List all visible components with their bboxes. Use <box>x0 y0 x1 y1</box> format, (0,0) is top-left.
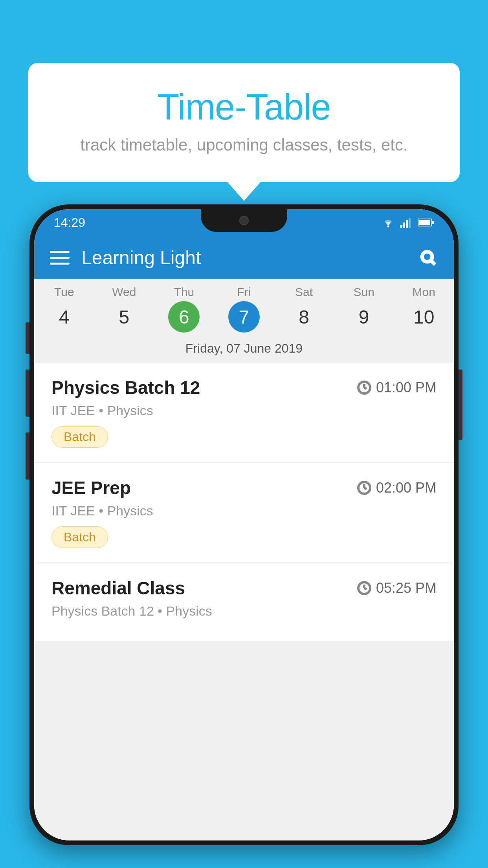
day-name-label: Fri <box>214 285 274 299</box>
schedule-item-title: JEE Prep <box>51 477 131 498</box>
clock-icon <box>357 581 371 595</box>
clock-icon <box>357 381 371 395</box>
day-name-label: Thu <box>154 285 214 299</box>
svg-point-0 <box>387 226 389 228</box>
calendar-day-wed[interactable]: Wed5 <box>94 285 154 335</box>
signal-icon <box>400 217 413 228</box>
schedule-item[interactable]: Physics Batch 1201:00 PMIIT JEE • Physic… <box>34 363 454 462</box>
phone-camera <box>239 216 249 225</box>
schedule-list: Physics Batch 1201:00 PMIIT JEE • Physic… <box>34 363 454 840</box>
svg-line-18 <box>364 588 367 589</box>
tooltip-subtitle: track timetable, upcoming classes, tests… <box>60 136 428 154</box>
calendar-day-tue[interactable]: Tue4 <box>34 285 94 335</box>
selected-date-label: Friday, 07 June 2019 <box>34 337 454 363</box>
svg-rect-1 <box>400 225 402 228</box>
phone-container: 14:29 <box>29 204 459 845</box>
phone-screen: 14:29 <box>34 209 454 840</box>
schedule-item-meta: IIT JEE • Physics <box>51 503 437 519</box>
app-title: Learning Light <box>81 247 418 268</box>
day-number-label: 4 <box>48 301 80 333</box>
calendar-day-mon[interactable]: Mon10 <box>394 285 454 335</box>
svg-point-8 <box>422 252 432 262</box>
schedule-item-header: JEE Prep02:00 PM <box>51 477 437 498</box>
battery-icon <box>418 218 434 227</box>
schedule-item[interactable]: Remedial Class05:25 PMPhysics Batch 12 •… <box>34 563 454 641</box>
batch-badge: Batch <box>51 526 108 548</box>
schedule-item-time-text: 01:00 PM <box>376 379 437 396</box>
svg-rect-2 <box>403 223 405 228</box>
status-icons <box>381 217 434 228</box>
schedule-item-meta: IIT JEE • Physics <box>51 403 437 418</box>
wifi-icon <box>381 217 396 228</box>
volume-down-button <box>26 370 29 417</box>
svg-rect-3 <box>406 220 408 228</box>
phone-frame: 14:29 <box>29 204 459 845</box>
hamburger-line-3 <box>50 263 70 265</box>
hamburger-menu-button[interactable] <box>50 251 70 265</box>
status-time: 14:29 <box>54 215 85 230</box>
batch-badge: Batch <box>51 426 108 448</box>
svg-rect-6 <box>432 221 434 224</box>
day-name-label: Tue <box>34 285 94 299</box>
svg-rect-7 <box>418 220 430 225</box>
hamburger-line-1 <box>50 251 70 253</box>
calendar-day-sat[interactable]: Sat8 <box>274 285 334 335</box>
app-toolbar: Learning Light <box>34 236 454 279</box>
day-number-label: 7 <box>228 301 260 333</box>
calendar-day-fri[interactable]: Fri7 <box>214 285 274 335</box>
search-icon <box>419 249 437 266</box>
schedule-item-time-text: 02:00 PM <box>376 480 437 496</box>
svg-line-9 <box>431 261 435 265</box>
calendar-day-sun[interactable]: Sun9 <box>334 285 394 335</box>
calendar-section: Tue4Wed5Thu6Fri7Sat8Sun9Mon10 Friday, 07… <box>34 279 454 363</box>
day-number-label: 9 <box>348 301 380 333</box>
power-button-left <box>26 432 29 480</box>
schedule-item-header: Remedial Class05:25 PM <box>51 577 437 599</box>
schedule-item-header: Physics Batch 1201:00 PM <box>51 377 437 398</box>
tooltip-card: Time-Table track timetable, upcoming cla… <box>28 63 460 182</box>
power-button-right <box>459 370 462 440</box>
schedule-item-time: 05:25 PM <box>357 580 437 596</box>
day-name-label: Mon <box>394 285 454 299</box>
svg-line-12 <box>364 388 367 389</box>
volume-up-button <box>26 322 29 354</box>
calendar-day-thu[interactable]: Thu6 <box>154 285 214 335</box>
phone-notch <box>201 209 287 232</box>
schedule-item-title: Remedial Class <box>51 577 185 599</box>
day-number-label: 5 <box>108 301 140 333</box>
schedule-item-time-text: 05:25 PM <box>376 580 437 596</box>
schedule-item[interactable]: JEE Prep02:00 PMIIT JEE • PhysicsBatch <box>34 463 454 562</box>
svg-rect-4 <box>409 218 411 228</box>
day-number-label: 10 <box>408 301 440 333</box>
schedule-item-title: Physics Batch 12 <box>51 377 200 398</box>
search-button[interactable] <box>418 247 438 268</box>
day-number-label: 8 <box>288 301 320 333</box>
day-name-label: Wed <box>94 285 154 299</box>
day-name-label: Sat <box>274 285 334 299</box>
svg-line-15 <box>364 488 367 489</box>
hamburger-line-2 <box>50 257 70 259</box>
schedule-item-meta: Physics Batch 12 • Physics <box>51 603 437 619</box>
day-name-label: Sun <box>334 285 394 299</box>
schedule-item-time: 01:00 PM <box>357 379 437 396</box>
schedule-item-time: 02:00 PM <box>357 480 437 496</box>
day-number-label: 6 <box>168 301 200 333</box>
tooltip-title: Time-Table <box>60 86 428 128</box>
clock-icon <box>357 481 371 495</box>
days-header: Tue4Wed5Thu6Fri7Sat8Sun9Mon10 <box>34 279 454 337</box>
